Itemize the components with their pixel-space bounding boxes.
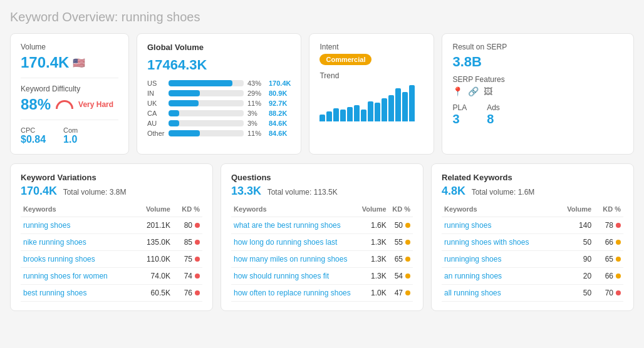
keyword-link[interactable]: brooks running shoes <box>23 255 95 264</box>
keyword-cell: running shoes for women <box>21 268 135 285</box>
keyword-link[interactable]: an running shoes <box>444 272 502 280</box>
keyword-link[interactable]: how many miles on running shoes <box>234 255 347 264</box>
kd-dot <box>616 274 621 279</box>
kd-dot <box>405 240 410 245</box>
bar-fill <box>169 90 200 96</box>
variations-col-keywords: Keywords <box>21 203 135 217</box>
link-icon: 🔗 <box>468 86 479 96</box>
volume-value: 170.4K <box>21 54 69 71</box>
kd-cell: 75 <box>173 251 202 268</box>
bar-num: 92.7K <box>269 100 287 107</box>
variations-table: Keywords Volume KD % running shoes 201.1… <box>21 203 202 302</box>
volume-cell: 60.5K <box>135 285 173 302</box>
kd-dot <box>405 257 410 262</box>
bar-rows: US 43% 170.4K IN 29% 80.9K UK 11% 92.7K … <box>147 79 291 137</box>
kd-cell: 55 <box>389 234 413 251</box>
bar-track <box>169 120 244 126</box>
table-row: nike running shoes 135.0K 85 <box>21 234 202 251</box>
location-icon: 📍 <box>452 86 463 96</box>
bar-pct: 29% <box>247 90 265 97</box>
global-total: 17464.3K <box>147 57 291 73</box>
serp-result-label: Result on SERP <box>452 43 623 51</box>
trend-bar <box>388 95 394 121</box>
questions-count: 13.3K <box>231 185 261 197</box>
bar-pct: 11% <box>247 100 265 107</box>
keyword-cell: an running shoes <box>442 268 556 285</box>
table-row: best running shoes 60.5K 76 <box>21 285 202 302</box>
trend-bar <box>382 98 387 121</box>
related-table: Keywords Volume KD % running shoes 140 7… <box>442 203 623 302</box>
related-card: Related Keywords 4.8K Total volume: 1.6M… <box>431 163 634 311</box>
volume-label: Volume <box>21 43 118 51</box>
keyword-link[interactable]: best running shoes <box>23 289 86 297</box>
bar-track <box>169 110 244 116</box>
pla-label: PLA <box>452 103 467 112</box>
variations-total: Total volume: 3.8M <box>63 188 127 197</box>
variations-col-kd: KD % <box>173 203 202 217</box>
trend-bar <box>319 115 325 121</box>
kd-cell: 65 <box>594 251 623 268</box>
keyword-link[interactable]: how long do running shoes last <box>234 238 337 247</box>
trend-bar <box>333 108 339 121</box>
keyword-cell: how many miles on running shoes <box>231 251 358 268</box>
kd-dot <box>616 223 621 228</box>
keyword-link[interactable]: what are the best running shoes <box>234 221 341 230</box>
global-volume-card: Global Volume 17464.3K US 43% 170.4K IN … <box>137 33 301 155</box>
bar-track <box>169 80 244 86</box>
keyword-link[interactable]: runninging shoes <box>444 255 501 264</box>
us-flag-icon: 🇺🇸 <box>73 57 85 69</box>
table-row: an running shoes 20 66 <box>442 268 623 285</box>
kd-dot <box>195 274 200 279</box>
related-title: Related Keywords <box>442 173 623 182</box>
volume-cell: 1.3K <box>358 251 389 268</box>
ads-value: 8 <box>487 112 500 126</box>
pla-item: PLA 3 <box>452 103 467 126</box>
related-col-kd: KD % <box>594 203 623 217</box>
keyword-link[interactable]: running shoes <box>23 221 70 230</box>
trend-bar <box>375 103 380 121</box>
intent-card: Intent Commercial Trend <box>309 33 434 155</box>
keyword-cell: running shoes <box>21 217 135 234</box>
kd-cell: 66 <box>594 268 623 285</box>
bar-track <box>169 100 244 106</box>
cpc-label: CPC <box>21 126 46 134</box>
bar-pct: 3% <box>247 110 265 117</box>
volume-cell: 135.0K <box>135 234 173 251</box>
related-count: 4.8K <box>442 185 465 197</box>
kd-dot <box>195 257 200 262</box>
volume-cell: 20 <box>556 268 594 285</box>
keyword-link[interactable]: how often to replace running shoes <box>234 289 351 297</box>
keyword-link[interactable]: all running shoes <box>444 289 501 297</box>
kd-label: Keyword Difficulty <box>21 84 118 93</box>
bar-pct: 3% <box>247 120 265 127</box>
bar-row: AU 3% 84.6K <box>147 120 291 127</box>
keyword-link[interactable]: running shoes for women <box>23 272 108 280</box>
keyword-link[interactable]: running shoes with shoes <box>444 238 529 247</box>
bar-track <box>169 130 244 136</box>
bar-label: AU <box>147 120 165 127</box>
table-row: brooks running shoes 110.0K 75 <box>21 251 202 268</box>
keyword-cell: best running shoes <box>21 285 135 302</box>
trend-bar <box>395 88 401 121</box>
image-icon: 🖼 <box>484 86 492 96</box>
keyword-link[interactable]: how should running shoes fit <box>234 272 329 280</box>
kd-cell: 70 <box>594 285 623 302</box>
keyword-cell: how often to replace running shoes <box>231 285 358 302</box>
intent-label: Intent <box>319 43 423 51</box>
keyword-link[interactable]: running shoes <box>444 221 491 230</box>
keyword-cell: running shoes with shoes <box>442 234 556 251</box>
keyword-link[interactable]: nike running shoes <box>23 238 86 247</box>
kd-dot <box>405 223 410 228</box>
trend-bar <box>368 101 373 121</box>
kd-dot <box>195 290 200 295</box>
table-row: how often to replace running shoes 1.0K … <box>231 285 413 302</box>
bar-num: 88.2K <box>269 110 287 117</box>
keyword-cell: what are the best running shoes <box>231 217 358 234</box>
keyword-cell: nike running shoes <box>21 234 135 251</box>
related-col-keywords: Keywords <box>442 203 556 217</box>
bar-label: US <box>147 79 165 87</box>
kd-cell: 85 <box>173 234 202 251</box>
questions-title: Questions <box>231 173 413 182</box>
pla-value: 3 <box>452 112 467 126</box>
bar-label: CA <box>147 110 165 117</box>
